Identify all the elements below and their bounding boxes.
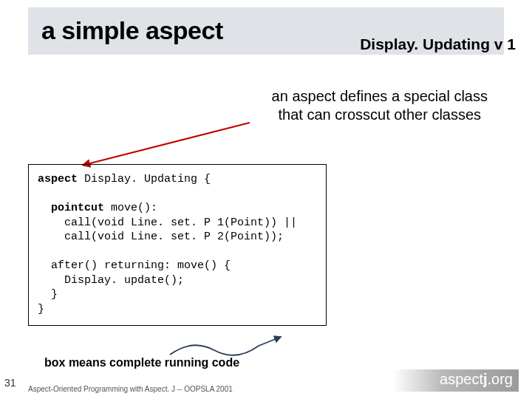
note1-line2: that can crosscut other classes bbox=[279, 106, 482, 123]
page-number: 31 bbox=[4, 377, 16, 389]
version-label: Display. Updating v 1 bbox=[360, 35, 516, 53]
code-kw-pointcut: pointcut bbox=[38, 202, 104, 214]
code-l7: } bbox=[38, 288, 58, 301]
box-note: box means complete running code bbox=[44, 356, 239, 369]
logo-plain: aspect bbox=[440, 371, 483, 387]
code-l5: after() returning: move() { bbox=[38, 259, 231, 272]
code-l3: call(void Line. set. P 1(Point)) || bbox=[38, 216, 297, 229]
code-l4: call(void Line. set. P 2(Point)); bbox=[38, 231, 284, 243]
footer-text: Aspect-Oriented Programming with Aspect.… bbox=[28, 385, 233, 393]
code-l6: Display. update(); bbox=[38, 274, 184, 287]
aspect-definition-note: an aspect defines a special class that c… bbox=[272, 87, 488, 124]
code-box: aspect Display. Updating { pointcut move… bbox=[28, 164, 327, 326]
slide: a simple aspect Display. Updating v 1 an… bbox=[0, 0, 532, 399]
svg-line-0 bbox=[87, 123, 250, 164]
code-l2b: move(): bbox=[104, 202, 157, 214]
logo-suffix: .org bbox=[488, 371, 513, 387]
code-l8: } bbox=[38, 303, 44, 316]
code-l1b: Display. Updating { bbox=[78, 173, 211, 185]
aspectj-logo: aspectj.org bbox=[393, 369, 519, 392]
logo-bg: aspectj.org bbox=[393, 369, 519, 392]
code-kw-aspect: aspect bbox=[38, 173, 78, 185]
logo-text: aspectj.org bbox=[440, 371, 513, 388]
note1-line1: an aspect defines a special class bbox=[272, 88, 488, 104]
